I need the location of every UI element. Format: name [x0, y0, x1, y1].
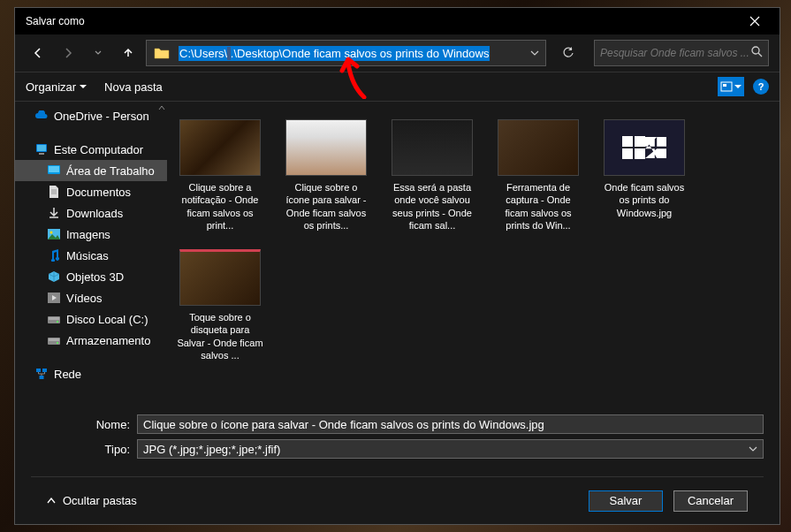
svg-point-13: [57, 321, 58, 323]
refresh-button[interactable]: [555, 41, 582, 65]
sidebar-item-label: Este Computador: [54, 143, 143, 156]
file-list: Clique sobre a notifcação - Onde ficam s…: [167, 102, 780, 402]
sidebar-item-label: OneDrive - Person: [54, 110, 149, 123]
file-item[interactable]: Onde ficam salvos os prints do Windows.j…: [600, 119, 688, 232]
sidebar-item-label: Imagens: [66, 228, 110, 241]
sidebar-item-disk[interactable]: Armazenamento: [15, 330, 167, 351]
file-name: Ferramenta de captura - Onde ficam salvo…: [494, 181, 582, 232]
titlebar: Salvar como: [15, 8, 780, 34]
svg-rect-15: [49, 338, 59, 341]
sidebar-item-disk[interactable]: Disco Local (C:): [15, 308, 167, 330]
filename-input[interactable]: [137, 414, 764, 434]
sidebar-item-image[interactable]: Imagens: [15, 224, 167, 245]
filename-label: Nome:: [31, 418, 130, 431]
bottom-panel: Nome: Tipo: JPG (*.jpg;*.jpeg;*.jpe;*.jf…: [15, 402, 780, 524]
download-icon: [47, 206, 61, 220]
svg-rect-12: [49, 317, 59, 320]
file-name: Toque sobre o disqueta para Salvar - Ond…: [176, 311, 264, 361]
video-icon: [47, 291, 61, 305]
sidebar-item-label: Vídeos: [66, 292, 102, 305]
new-folder-button[interactable]: Nova pasta: [104, 80, 163, 94]
sidebar-item-label: Área de Trabalho: [66, 164, 155, 178]
cube-icon: [47, 270, 61, 284]
file-thumbnail: [392, 119, 473, 176]
svg-rect-2: [723, 84, 726, 87]
sidebar-item-desktop[interactable]: Área de Trabalho: [15, 160, 167, 181]
sidebar-item-label: Músicas: [66, 249, 109, 262]
sidebar-item-cloud[interactable]: OneDrive - Person: [15, 105, 167, 126]
disk-icon: [47, 333, 61, 347]
sidebar-scroll-up[interactable]: [156, 102, 167, 114]
file-name: Clique sobre a notifcação - Onde ficam s…: [176, 181, 264, 232]
cancel-button[interactable]: Cancelar: [673, 490, 748, 512]
sidebar-item-label: Downloads: [66, 207, 123, 220]
search-box[interactable]: [594, 40, 769, 66]
sidebar-item-music[interactable]: Músicas: [15, 245, 167, 266]
view-mode-button[interactable]: [718, 77, 744, 96]
image-icon: [47, 227, 61, 241]
filetype-select[interactable]: JPG (*.jpg;*.jpeg;*.jpe;*.jfif): [137, 439, 764, 459]
file-item[interactable]: Toque sobre o disqueta para Salvar - Ond…: [176, 249, 264, 361]
file-item[interactable]: Essa será a pasta onde você salvou seus …: [388, 119, 476, 232]
search-icon: [751, 45, 763, 61]
svg-rect-17: [36, 369, 41, 372]
sidebar-item-download[interactable]: Downloads: [15, 202, 167, 224]
sidebar: OneDrive - PersonEste ComputadorÁrea de …: [15, 102, 167, 402]
svg-rect-18: [42, 369, 47, 372]
svg-rect-19: [40, 376, 44, 379]
sidebar-item-cube[interactable]: Objetos 3D: [15, 266, 167, 287]
address-bar[interactable]: C:\Users\ .\Desktop\Onde ficam salvos os…: [146, 40, 546, 66]
save-button[interactable]: Salvar: [589, 490, 663, 512]
organize-button[interactable]: Organizar: [26, 80, 87, 94]
up-button[interactable]: [116, 41, 141, 65]
sidebar-item-network[interactable]: Rede: [15, 363, 167, 384]
desktop-icon: [47, 163, 61, 178]
search-input[interactable]: [600, 47, 751, 59]
hide-folders-button[interactable]: Ocultar pastas: [47, 494, 137, 507]
sidebar-item-label: Rede: [54, 368, 81, 381]
file-thumbnail: [285, 119, 367, 176]
back-button[interactable]: [26, 41, 50, 65]
svg-rect-4: [37, 145, 46, 151]
file-thumbnail: [498, 119, 579, 176]
save-as-dialog: Salvar como C:\Users\ .\Desktop\Onde fic…: [14, 7, 780, 525]
file-thumbnail: [179, 249, 261, 306]
file-name: Onde ficam salvos os prints do Windows.j…: [600, 181, 688, 219]
forward-button[interactable]: [56, 41, 80, 65]
sidebar-item-label: Documentos: [66, 186, 131, 199]
filetype-label: Tipo:: [31, 443, 130, 456]
file-name: Clique sobre o ícone para salvar - Onde …: [282, 181, 370, 232]
sidebar-item-video[interactable]: Vídeos: [15, 287, 167, 308]
svg-point-9: [50, 232, 53, 234]
file-name: Essa será a pasta onde você salvou seus …: [388, 181, 476, 232]
dialog-title: Salvar como: [26, 15, 85, 27]
close-button[interactable]: [737, 9, 772, 34]
recent-dropdown[interactable]: [86, 41, 110, 65]
file-thumbnail: [604, 119, 685, 176]
sidebar-item-label: Disco Local (C:): [66, 313, 148, 326]
sidebar-item-doc[interactable]: Documentos: [15, 181, 167, 202]
file-item[interactable]: Clique sobre a notifcação - Onde ficam s…: [176, 119, 264, 232]
sidebar-item-pc[interactable]: Este Computador: [15, 139, 167, 160]
sidebar-item-label: Armazenamento: [66, 334, 150, 347]
svg-point-0: [752, 47, 759, 54]
sidebar-item-label: Objetos 3D: [66, 270, 124, 284]
music-icon: [47, 248, 61, 262]
svg-rect-7: [49, 166, 59, 172]
toolbar: Organizar Nova pasta ?: [15, 72, 780, 102]
disk-icon: [47, 312, 61, 326]
pc-icon: [34, 142, 49, 156]
address-path[interactable]: C:\Users\ .\Desktop\Onde ficam salvos os…: [173, 46, 524, 61]
file-item[interactable]: Ferramenta de captura - Onde ficam salvo…: [494, 119, 582, 232]
help-button[interactable]: ?: [753, 79, 769, 95]
file-item[interactable]: Clique sobre o ícone para salvar - Onde …: [282, 119, 370, 232]
navigation-bar: C:\Users\ .\Desktop\Onde ficam salvos os…: [15, 34, 780, 72]
network-icon: [34, 367, 49, 381]
cloud-icon: [34, 109, 49, 123]
svg-point-16: [57, 342, 58, 344]
doc-icon: [47, 185, 61, 199]
svg-rect-5: [39, 153, 44, 155]
file-thumbnail: [179, 119, 261, 176]
folder-icon: [150, 42, 173, 64]
address-dropdown[interactable]: [524, 41, 545, 65]
